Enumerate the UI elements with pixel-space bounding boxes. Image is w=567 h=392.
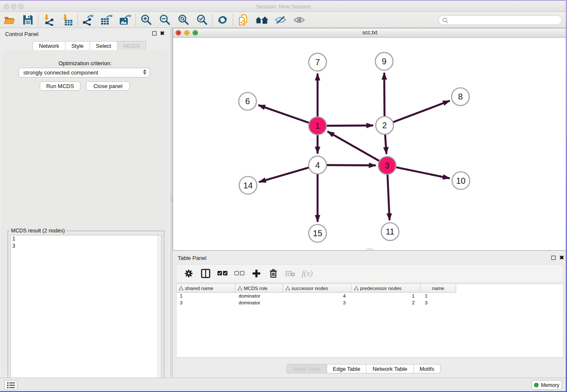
mcds-result-groupbox: MCDS result (2 nodes) 13: [8, 231, 164, 392]
run-mcds-button[interactable]: Run MCDS: [40, 81, 80, 91]
table-cell[interactable]: 4: [283, 293, 352, 299]
save-session-button[interactable]: [19, 13, 37, 27]
node-table[interactable]: shared nameMCDS rolesuccessor nodesprede…: [176, 284, 564, 358]
hide-selected-button[interactable]: [271, 13, 290, 27]
tab-mcds[interactable]: MCDS: [118, 41, 146, 50]
graph-node-3[interactable]: 3: [378, 157, 396, 174]
tab-edge-table[interactable]: Edge Table: [327, 364, 367, 373]
save-session-icon: [22, 14, 33, 25]
column-header-mcds-role[interactable]: MCDS role: [235, 284, 283, 293]
result-scrollbar[interactable]: [157, 235, 161, 390]
table-cell[interactable]: 3: [421, 299, 456, 306]
column-type-icon: [238, 286, 242, 290]
graph-node-15[interactable]: 15: [309, 224, 327, 242]
graph-node-14[interactable]: 14: [239, 177, 257, 194]
search-input[interactable]: [450, 17, 561, 23]
network-view-window: ✕ − + scc.txt 7968124314101511: [173, 28, 567, 251]
network-window-titlebar: ✕ − + scc.txt: [173, 28, 567, 38]
mcds-result-list[interactable]: 13: [10, 235, 162, 391]
show-columns-button[interactable]: [199, 267, 212, 280]
edge-3-1[interactable]: [328, 131, 387, 165]
table-cell[interactable]: 1: [421, 293, 456, 299]
svg-text:2: 2: [382, 121, 387, 130]
network-canvas[interactable]: 7968124314101511: [173, 38, 567, 250]
new-network-from-selection-button[interactable]: [234, 13, 253, 27]
tab-style[interactable]: Style: [66, 41, 90, 50]
zoom-in-button[interactable]: [137, 13, 155, 27]
deselect-all-columns-icon: [234, 271, 245, 276]
close-panel-button[interactable]: Close panel: [86, 81, 130, 91]
table-cell[interactable]: 1: [176, 293, 235, 299]
column-type-icon: [354, 286, 358, 290]
table-row[interactable]: 3dominator323: [176, 299, 456, 306]
delete-column-button[interactable]: [267, 267, 280, 280]
column-header-name[interactable]: name: [421, 284, 456, 293]
criterion-select[interactable]: strongly connected component: [19, 68, 150, 77]
table-panel-float-icon[interactable]: [551, 256, 556, 260]
search-box[interactable]: [438, 15, 562, 25]
graph-node-7[interactable]: 7: [309, 53, 327, 71]
mcds-result-node: 3: [11, 243, 161, 250]
tab-node-table[interactable]: Node Table: [286, 364, 327, 373]
import-network-button[interactable]: [39, 13, 58, 27]
table-cell[interactable]: dominator: [235, 299, 283, 306]
table-cell[interactable]: 3: [176, 299, 235, 306]
toolbar-separator: [77, 14, 78, 26]
memory-button[interactable]: Memory: [531, 380, 562, 390]
table-panel-close-icon[interactable]: ✖: [559, 254, 564, 261]
column-header-predecessor-nodes[interactable]: predecessor nodes: [352, 284, 421, 293]
tab-network-table[interactable]: Network Table: [366, 364, 413, 373]
function-builder-button[interactable]: f(x): [301, 267, 314, 280]
table-cell[interactable]: 2: [352, 299, 421, 306]
column-header-shared-name[interactable]: shared name: [176, 284, 235, 293]
tab-motifs[interactable]: Motifs: [414, 364, 441, 373]
svg-text:10: 10: [456, 176, 465, 185]
tab-network[interactable]: Network: [33, 41, 66, 50]
search-icon: [442, 17, 448, 23]
control-panel-close-icon[interactable]: ✖: [160, 30, 165, 36]
settings-gear-button[interactable]: [182, 267, 195, 280]
edge-2-8[interactable]: [385, 101, 450, 125]
svg-text:9: 9: [382, 57, 386, 66]
import-network-icon: [43, 14, 55, 26]
svg-text:4: 4: [315, 160, 320, 170]
tab-select[interactable]: Select: [90, 41, 118, 50]
graph-node-2[interactable]: 2: [376, 116, 394, 134]
table-cell[interactable]: 3: [283, 299, 352, 306]
zoom-out-button[interactable]: [155, 13, 174, 27]
graph-node-4[interactable]: 4: [309, 156, 327, 174]
first-neighbors-button[interactable]: [253, 13, 271, 27]
export-image-button[interactable]: [116, 13, 135, 27]
deselect-all-columns-button[interactable]: [233, 267, 246, 280]
open-session-button[interactable]: [0, 13, 19, 27]
graph-node-8[interactable]: 8: [451, 88, 469, 106]
network-resize-handle[interactable]: [366, 248, 372, 250]
table-cell[interactable]: dominator: [235, 293, 283, 299]
graph-node-11[interactable]: 11: [381, 223, 399, 240]
graph-node-1[interactable]: 1: [309, 117, 327, 135]
apply-layout-button[interactable]: [213, 13, 232, 27]
add-column-button[interactable]: [250, 267, 263, 280]
graph-node-9[interactable]: 9: [375, 52, 393, 70]
graph-node-10[interactable]: 10: [452, 172, 470, 190]
table-row[interactable]: 1dominator411: [176, 293, 456, 299]
splitter-handle[interactable]: [171, 196, 172, 202]
edge-1-6[interactable]: [259, 105, 318, 126]
graph-node-6[interactable]: 6: [239, 92, 256, 110]
network-window-title: scc.txt: [173, 30, 567, 36]
zoom-selected-button[interactable]: [193, 13, 211, 27]
edge-3-10[interactable]: [387, 166, 450, 178]
delete-table-button[interactable]: [284, 267, 297, 280]
export-network-button[interactable]: [79, 13, 97, 27]
import-table-button[interactable]: [58, 13, 77, 27]
show-all-button[interactable]: [290, 13, 308, 27]
export-image-icon: [119, 14, 132, 26]
svg-text:3: 3: [385, 161, 389, 170]
export-table-button[interactable]: [97, 13, 116, 27]
table-cell[interactable]: 1: [352, 293, 421, 299]
column-header-successor-nodes[interactable]: successor nodes: [283, 284, 352, 293]
select-all-columns-button[interactable]: [216, 267, 229, 280]
control-panel-float-icon[interactable]: [152, 31, 157, 36]
task-history-button[interactable]: [4, 380, 17, 390]
zoom-fit-button[interactable]: [174, 13, 193, 27]
